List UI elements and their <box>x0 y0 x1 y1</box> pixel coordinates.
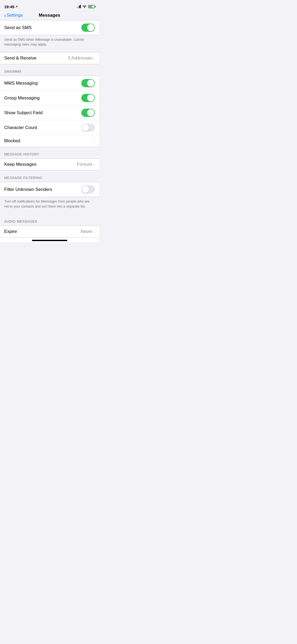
filter-unknown-senders-row: Filter Unknown Senders <box>0 182 99 197</box>
back-label: Settings <box>7 13 23 18</box>
show-subject-field-label: Show Subject Field <box>4 110 43 116</box>
chevron-right-icon: › <box>93 162 95 167</box>
time-display: 19:45 <box>4 4 14 9</box>
home-bar <box>32 240 67 241</box>
expire-label: Expire <box>4 229 17 234</box>
chevron-right-icon: › <box>93 139 95 143</box>
battery-icon: ⚡ <box>88 5 95 8</box>
expire-value: Never › <box>81 229 95 234</box>
mms-messaging-row: MMS Messaging <box>0 76 99 91</box>
blocked-row[interactable]: Blocked › <box>0 135 99 147</box>
send-as-sms-section: Send as SMS <box>0 20 99 35</box>
mms-messaging-label: MMS Messaging <box>4 81 38 86</box>
keep-messages-value: Forever › <box>77 162 95 167</box>
character-count-row: Character Count <box>0 120 99 135</box>
character-count-toggle[interactable] <box>81 123 95 132</box>
toggle-knob <box>87 94 94 102</box>
toggle-knob <box>82 186 89 193</box>
keep-messages-row[interactable]: Keep Messages Forever › <box>0 159 99 170</box>
settings-content: Send as SMS Send as SMS when iMessage is… <box>0 20 99 238</box>
group-messaging-toggle[interactable] <box>81 94 95 102</box>
audio-messages-header: AUDIO MESSAGES <box>0 214 99 226</box>
status-bar: 19:45 ↗ ⚡ <box>0 0 99 12</box>
message-filtering-footer: Turn off notifications for iMessages fro… <box>0 197 99 214</box>
filter-unknown-senders-label: Filter Unknown Senders <box>4 187 52 192</box>
send-receive-row[interactable]: Send & Receive 3 Addresses › <box>0 52 99 64</box>
send-receive-value: 3 Addresses › <box>68 56 95 61</box>
signal-strength-icon <box>77 5 81 8</box>
status-time: 19:45 ↗ <box>4 4 18 9</box>
blocked-label: Blocked <box>4 138 20 144</box>
filter-unknown-senders-toggle[interactable] <box>81 185 95 194</box>
keep-messages-label: Keep Messages <box>4 162 36 167</box>
show-subject-field-toggle[interactable] <box>81 109 95 117</box>
send-as-sms-toggle[interactable] <box>81 24 95 32</box>
message-history-section: Keep Messages Forever › <box>0 158 99 171</box>
back-chevron-icon: ‹ <box>4 13 6 18</box>
message-filtering-section: Filter Unknown Senders <box>0 182 99 197</box>
message-history-header: MESSAGE HISTORY <box>0 147 99 158</box>
toggle-knob <box>87 80 94 87</box>
send-as-sms-row: Send as SMS <box>0 20 99 35</box>
toggle-knob <box>82 124 89 131</box>
sms-mms-section: MMS Messaging Group Messaging Show Subje… <box>0 76 99 147</box>
back-button[interactable]: ‹ Settings <box>4 13 23 18</box>
group-messaging-label: Group Messaging <box>4 95 40 101</box>
show-subject-field-row: Show Subject Field <box>0 105 99 120</box>
blocked-value: › <box>93 139 95 143</box>
mms-messaging-toggle[interactable] <box>81 79 95 87</box>
send-as-sms-label: Send as SMS <box>4 25 32 30</box>
send-receive-label: Send & Receive <box>4 56 36 61</box>
expire-row[interactable]: Expire Never › <box>0 226 99 237</box>
send-receive-section: Send & Receive 3 Addresses › <box>0 52 99 64</box>
wifi-icon <box>82 5 87 9</box>
send-as-sms-footer: Send as SMS when iMessage is unavailable… <box>0 35 99 52</box>
nav-bar: ‹ Settings Messages <box>0 12 99 20</box>
message-filtering-header: MESSAGE FILTERING <box>0 171 99 182</box>
sms-mms-header: SMS/MMS <box>0 64 99 76</box>
status-icons: ⚡ <box>77 5 95 9</box>
character-count-label: Character Count <box>4 125 37 130</box>
chevron-right-icon: › <box>93 229 95 234</box>
group-messaging-row: Group Messaging <box>0 91 99 105</box>
page-title: Messages <box>39 13 60 18</box>
audio-messages-section: Expire Never › <box>0 226 99 238</box>
chevron-right-icon: › <box>93 56 95 60</box>
home-indicator <box>0 238 99 242</box>
toggle-knob <box>87 109 94 116</box>
location-icon: ↗ <box>15 5 18 8</box>
toggle-knob <box>87 24 94 31</box>
